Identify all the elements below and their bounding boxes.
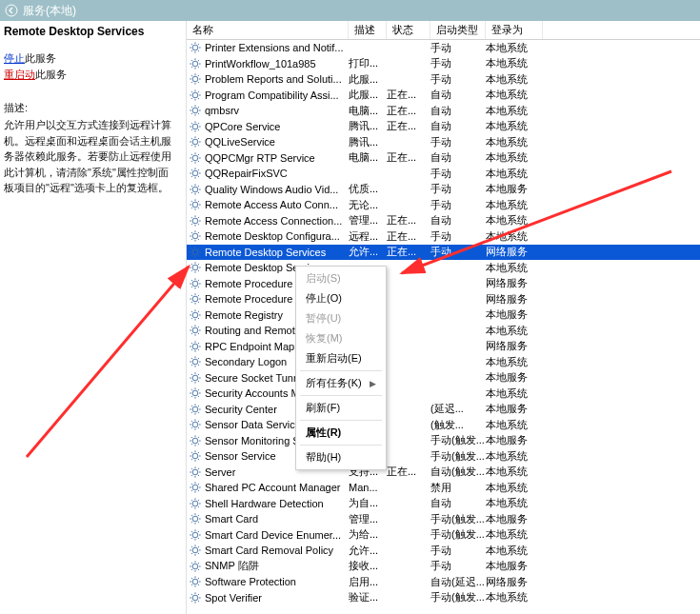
table-row[interactable]: Shell Hardware Detection为自...自动本地系统 (187, 496, 700, 512)
table-row[interactable]: Printer Extensions and Notif...手动本地系统 (187, 40, 700, 56)
svg-line-159 (191, 311, 192, 312)
table-row[interactable]: Remote Procedure Call (网络服务 (187, 291, 700, 307)
svg-line-98 (198, 201, 199, 202)
svg-line-322 (198, 601, 199, 602)
ctx-refresh[interactable]: 刷新(F) (296, 398, 386, 418)
service-logon: 本地系统 (486, 449, 543, 464)
svg-line-276 (191, 515, 192, 516)
col-start[interactable]: 启动类型 (430, 21, 486, 39)
table-row[interactable]: QPCore Service腾讯...正在...自动本地系统 (187, 119, 700, 135)
col-status[interactable]: 状态 (387, 21, 430, 39)
svg-line-151 (198, 302, 199, 303)
svg-line-233 (198, 437, 199, 438)
table-row[interactable]: Smart Card Device Enumer...为给...手动(触发...… (187, 527, 700, 544)
table-row[interactable]: Smart Card管理...手动(触发...本地服务 (187, 511, 700, 527)
table-row[interactable]: Software Protection启用...自动(延迟...网络服务 (187, 574, 700, 590)
table-row[interactable]: Sensor Monitoring Service监视...手动(触发...本地… (187, 433, 700, 449)
ctx-sep-1 (300, 370, 382, 371)
service-status: 正在... (387, 104, 430, 118)
service-status: 正在... (387, 245, 430, 259)
svg-line-286 (198, 538, 199, 539)
service-name: Sensor Service (205, 450, 276, 462)
svg-point-316 (192, 595, 198, 601)
table-row[interactable]: Secondary Logon本地系统 (187, 354, 700, 370)
ctx-props[interactable]: 属性(R) (296, 423, 386, 443)
table-row[interactable]: Server支持...正在...自动(触发...本地系统 (187, 465, 700, 481)
table-row[interactable]: Security Center(延迟...本地服务 (187, 402, 700, 418)
col-desc[interactable]: 描述 (349, 21, 387, 39)
service-status: 正在... (387, 465, 430, 479)
svg-line-142 (198, 287, 199, 287)
table-row[interactable]: Program Compatibility Assi...此服...正在...自… (187, 88, 700, 104)
ctx-alltasks[interactable]: 所有任务(K) ▶ (296, 373, 386, 393)
svg-line-297 (191, 553, 192, 554)
ctx-stop[interactable]: 停止(O) (296, 288, 386, 308)
table-row[interactable]: QQPCMgr RTP Service电脑...正在...自动本地系统 (187, 150, 700, 167)
table-row[interactable]: Smart Card Removal Policy允许...手动本地系统 (187, 543, 700, 559)
col-name[interactable]: 名称 (187, 21, 349, 39)
table-row[interactable]: Routing and Remote Acc本地系统 (187, 323, 700, 339)
restart-link[interactable]: 重启动 (4, 69, 35, 80)
service-logon: 本地系统 (486, 72, 543, 87)
svg-line-15 (191, 60, 192, 61)
service-name: Spot Verifier (205, 592, 262, 604)
service-logon: 本地系统 (486, 324, 543, 338)
service-name: Server (205, 466, 235, 478)
svg-line-152 (198, 295, 199, 296)
svg-line-168 (191, 327, 192, 327)
table-row[interactable]: qmbsrv电脑...正在...自动本地系统 (187, 103, 700, 119)
table-row[interactable]: Secure Socket Tunneling本地服务 (187, 370, 700, 386)
service-start: 手动(触发... (430, 433, 486, 447)
table-row[interactable]: SNMP 陷阱接收...手动本地服务 (187, 559, 700, 575)
service-status: 正在... (387, 88, 430, 102)
service-start: 手动 (430, 198, 486, 212)
service-logon: 本地系统 (486, 386, 543, 401)
table-row[interactable]: Spot Verifier验证...手动(触发...本地系统 (187, 590, 700, 606)
svg-line-34 (198, 98, 199, 99)
service-desc: 优质... (349, 182, 387, 196)
ctx-resume[interactable]: 恢复(M) (296, 328, 386, 348)
svg-line-36 (191, 98, 192, 99)
table-row[interactable]: PrintWorkflow_101a985打印...手动本地系统 (187, 56, 700, 72)
service-logon: 本地系统 (486, 56, 543, 70)
ctx-pause[interactable]: 暂停(U) (296, 308, 386, 328)
table-row[interactable]: QQRepairFixSVC手动本地系统 (187, 166, 700, 182)
svg-line-60 (191, 138, 192, 139)
ctx-start[interactable]: 启动(S) (296, 268, 386, 288)
table-row[interactable]: Sensor Data Service(触发...本地系统 (187, 417, 700, 433)
svg-line-90 (191, 192, 192, 193)
table-row[interactable]: Problem Reports and Soluti...此服...手动本地系统 (187, 71, 700, 88)
table-row[interactable]: RPC Endpoint Mapper网络服务 (187, 339, 700, 355)
table-row[interactable]: QQLiveService腾讯...手动本地系统 (187, 134, 700, 150)
stop-link[interactable]: 停止 (4, 52, 25, 64)
back-icon[interactable] (4, 3, 19, 18)
svg-line-62 (198, 138, 199, 139)
gear-icon (189, 135, 202, 149)
svg-line-312 (191, 578, 192, 579)
service-logon: 网络服务 (486, 245, 543, 259)
table-row[interactable]: Sensor Service一项...手动(触发...本地系统 (187, 448, 700, 465)
table-row[interactable]: Remote Desktop Configura...远程...正在...手动本… (187, 228, 700, 245)
title-bar: 服务(本地) (0, 0, 700, 21)
ctx-restart[interactable]: 重新启动(E) (296, 348, 386, 368)
svg-line-189 (191, 365, 192, 366)
table-row[interactable]: Security Accounts Mana本地系统 (187, 386, 700, 402)
svg-line-26 (198, 75, 199, 76)
table-row[interactable]: Remote Desktop Services允许...正在...手动网络服务 (187, 245, 700, 261)
table-row[interactable]: Remote Registry本地服务 (187, 307, 700, 324)
table-row[interactable]: Remote Desktop Service本地系统 (187, 260, 700, 276)
col-logon[interactable]: 登录为 (486, 21, 543, 39)
table-row[interactable]: Remote Procedure Call (网络服务 (187, 276, 700, 292)
ctx-help[interactable]: 帮助(H) (296, 447, 386, 467)
svg-line-250 (198, 475, 199, 476)
table-row[interactable]: Shared PC Account ManagerMan...禁用本地系统 (187, 480, 700, 496)
service-status: 正在... (387, 119, 430, 133)
table-row[interactable]: Quality Windows Audio Vid...优质...手动本地服务 (187, 182, 700, 198)
gear-icon (189, 89, 202, 102)
table-row[interactable]: Remote Access Connection...管理...正在...自动本… (187, 213, 700, 229)
service-logon: 网络服务 (486, 575, 543, 589)
service-name: Secondary Logon (205, 356, 287, 367)
service-start: 手动 (430, 182, 486, 196)
table-row[interactable]: Remote Access Auto Conn...无论...手动本地系统 (187, 197, 700, 213)
service-start: 手动(触发... (430, 449, 486, 464)
